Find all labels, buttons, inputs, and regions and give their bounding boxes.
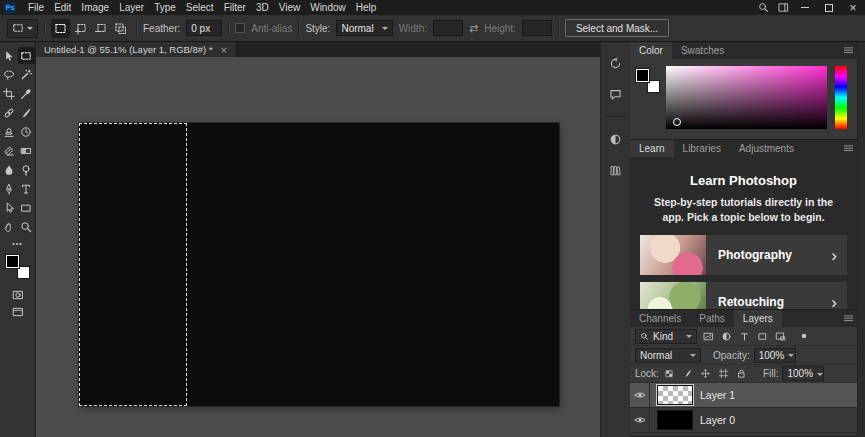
swap-dimensions-icon[interactable]: ⇄ bbox=[469, 22, 478, 35]
layer-name[interactable]: Layer 0 bbox=[700, 414, 735, 426]
rectangle-shape-tool[interactable] bbox=[18, 199, 35, 216]
workspace-icon[interactable] bbox=[773, 0, 793, 15]
type-layer-filter-icon[interactable] bbox=[737, 329, 751, 343]
blur-tool[interactable] bbox=[1, 161, 18, 178]
menu-view[interactable]: View bbox=[274, 0, 306, 15]
comments-icon[interactable] bbox=[607, 85, 625, 103]
layer-row-layer-0[interactable]: Layer 0 bbox=[630, 408, 857, 433]
menu-type[interactable]: Type bbox=[149, 0, 181, 15]
app-logo[interactable]: Ps bbox=[4, 2, 16, 14]
hue-slider[interactable] bbox=[835, 66, 847, 129]
foreground-color-swatch[interactable] bbox=[6, 255, 19, 268]
lock-artboard-icon[interactable] bbox=[717, 367, 731, 381]
lock-transparent-icon[interactable] bbox=[663, 367, 677, 381]
layer-thumbnail[interactable] bbox=[657, 410, 693, 430]
menu-file[interactable]: File bbox=[23, 0, 49, 15]
add-to-selection-button[interactable] bbox=[71, 19, 90, 38]
anti-alias-checkbox[interactable] bbox=[235, 23, 245, 33]
topic-card-retouching[interactable]: Retouching › bbox=[640, 282, 847, 309]
feather-input[interactable]: 0 px bbox=[186, 20, 222, 36]
eraser-tool[interactable] bbox=[1, 142, 18, 159]
smart-object-filter-icon[interactable] bbox=[773, 329, 787, 343]
zoom-tool[interactable] bbox=[18, 218, 35, 235]
pen-tool[interactable] bbox=[1, 180, 18, 197]
shape-layer-filter-icon[interactable] bbox=[755, 329, 769, 343]
saturation-brightness-field[interactable] bbox=[666, 66, 827, 129]
menu-window[interactable]: Window bbox=[305, 0, 351, 15]
history-brush-tool[interactable] bbox=[18, 123, 35, 140]
lasso-tool[interactable] bbox=[1, 66, 18, 83]
close-button[interactable]: × bbox=[841, 0, 865, 15]
brush-tool[interactable] bbox=[18, 104, 35, 121]
menu-edit[interactable]: Edit bbox=[49, 0, 76, 15]
visibility-toggle[interactable] bbox=[630, 408, 650, 432]
blend-mode-dropdown[interactable]: Normal bbox=[635, 348, 701, 363]
subtract-from-selection-button[interactable] bbox=[91, 19, 110, 38]
layer-row-layer-1[interactable]: Layer 1 bbox=[630, 383, 857, 408]
crop-tool[interactable] bbox=[1, 85, 18, 102]
width-input[interactable] bbox=[433, 20, 463, 36]
lock-paint-icon[interactable] bbox=[681, 367, 695, 381]
type-tool[interactable] bbox=[18, 180, 35, 197]
foreground-color-swatch[interactable] bbox=[636, 69, 649, 82]
libraries-icon[interactable] bbox=[607, 161, 625, 179]
tab-swatches[interactable]: Swatches bbox=[672, 42, 733, 59]
fg-bg-color-widget[interactable] bbox=[636, 69, 660, 93]
topic-card-photography[interactable]: Photography › bbox=[640, 235, 847, 275]
history-icon[interactable] bbox=[607, 54, 625, 72]
color-picker-cursor[interactable] bbox=[673, 118, 681, 126]
tool-preset-picker[interactable] bbox=[7, 19, 38, 38]
gradient-tool[interactable] bbox=[18, 142, 35, 159]
quick-mask-button[interactable] bbox=[9, 286, 26, 303]
tab-close-icon[interactable]: × bbox=[221, 45, 227, 55]
document-canvas[interactable] bbox=[79, 123, 559, 406]
panel-menu-icon[interactable] bbox=[839, 42, 857, 59]
opacity-dropdown[interactable]: 100% bbox=[754, 348, 796, 363]
style-dropdown[interactable]: Normal bbox=[336, 20, 392, 36]
layer-filter-toggle[interactable] bbox=[797, 329, 811, 343]
menu-image[interactable]: Image bbox=[76, 0, 114, 15]
menu-3d[interactable]: 3D bbox=[251, 0, 274, 15]
pixel-layer-filter-icon[interactable] bbox=[701, 329, 715, 343]
spot-healing-brush-tool[interactable] bbox=[1, 104, 18, 121]
move-tool[interactable] bbox=[1, 47, 18, 64]
rectangular-marquee-tool[interactable] bbox=[18, 47, 35, 64]
screen-mode-button[interactable] bbox=[9, 303, 26, 320]
hand-tool[interactable] bbox=[1, 218, 18, 235]
tab-paths[interactable]: Paths bbox=[690, 310, 734, 327]
fill-dropdown[interactable]: 100% bbox=[782, 366, 824, 381]
quick-selection-tool[interactable] bbox=[18, 66, 35, 83]
select-and-mask-button[interactable]: Select and Mask... bbox=[565, 19, 669, 37]
height-input[interactable] bbox=[522, 20, 552, 36]
layer-filter-kind-dropdown[interactable]: Kind bbox=[635, 329, 697, 344]
menu-layer[interactable]: Layer bbox=[114, 0, 149, 15]
adjustments-icon[interactable] bbox=[607, 130, 625, 148]
document-tab[interactable]: Untitled-1 @ 55.1% (Layer 1, RGB/8#) * × bbox=[36, 42, 235, 57]
dodge-tool[interactable] bbox=[18, 161, 35, 178]
layer-thumbnail[interactable] bbox=[657, 385, 693, 405]
foreground-background-swatches[interactable] bbox=[6, 255, 30, 279]
panel-menu-icon[interactable] bbox=[839, 310, 857, 327]
tab-color[interactable]: Color bbox=[630, 42, 672, 59]
edit-toolbar-button[interactable]: ••• bbox=[12, 240, 22, 247]
lock-position-icon[interactable] bbox=[699, 367, 713, 381]
tab-adjustments[interactable]: Adjustments bbox=[730, 140, 803, 157]
clone-stamp-tool[interactable] bbox=[1, 123, 18, 140]
eyedropper-tool[interactable] bbox=[18, 85, 35, 102]
lock-all-icon[interactable] bbox=[735, 367, 749, 381]
canvas-area[interactable] bbox=[36, 57, 600, 437]
visibility-toggle[interactable] bbox=[630, 383, 650, 407]
tab-learn[interactable]: Learn bbox=[630, 140, 674, 157]
menu-select[interactable]: Select bbox=[181, 0, 219, 15]
restore-button[interactable] bbox=[817, 0, 841, 15]
new-selection-button[interactable] bbox=[51, 19, 70, 38]
path-selection-tool[interactable] bbox=[1, 199, 18, 216]
minimize-button[interactable] bbox=[793, 0, 817, 15]
adjustment-layer-filter-icon[interactable] bbox=[719, 329, 733, 343]
tab-layers[interactable]: Layers bbox=[734, 310, 782, 327]
menu-filter[interactable]: Filter bbox=[219, 0, 251, 15]
tab-channels[interactable]: Channels bbox=[630, 310, 690, 327]
tab-libraries[interactable]: Libraries bbox=[674, 140, 730, 157]
intersect-selection-button[interactable] bbox=[111, 19, 130, 38]
menu-help[interactable]: Help bbox=[351, 0, 382, 15]
